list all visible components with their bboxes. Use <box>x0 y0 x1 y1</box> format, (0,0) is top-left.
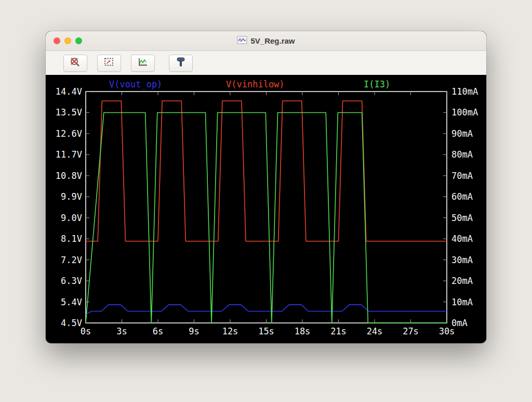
left-axis-tick-label: 14.4V <box>46 86 82 97</box>
legend-I(I3)[interactable]: I(I3) <box>364 79 390 89</box>
x-axis-tick-label: 21s <box>323 326 354 336</box>
minimize-button[interactable] <box>64 37 71 44</box>
mini-plot-axes-icon <box>137 57 149 69</box>
plot-canvas[interactable] <box>46 75 486 343</box>
right-axis-tick-label: 40mA <box>451 234 485 244</box>
x-axis-tick-label: 6s <box>142 326 174 336</box>
window-title: 5V_Reg.raw <box>250 36 295 45</box>
x-axis-tick-label: 12s <box>215 326 246 336</box>
right-axis-tick-label: 50mA <box>451 213 485 223</box>
left-axis-tick-label: 7.2V <box>46 255 82 265</box>
x-axis-tick-label: 0s <box>70 326 101 336</box>
title-group: 5V_Reg.raw <box>237 36 295 46</box>
autorange-y-button[interactable] <box>131 55 155 72</box>
right-axis-tick-label: 70mA <box>451 171 485 181</box>
right-axis-tick-label: 80mA <box>451 149 485 160</box>
x-axis-tick-label: 27s <box>395 326 427 336</box>
left-axis-tick-label: 9.0V <box>46 213 82 223</box>
waveform-plot-panel[interactable]: V(vout_op)V(vinhilow)I(I3) 14.4V13.5V12.… <box>46 75 486 343</box>
close-button[interactable] <box>54 37 60 44</box>
right-axis-tick-label: 90mA <box>451 128 485 139</box>
x-axis-tick-label: 18s <box>287 326 318 336</box>
right-axis-tick-label: 10mA <box>451 297 485 307</box>
zoom-area-button[interactable] <box>97 55 121 72</box>
fullscreen-button[interactable] <box>75 37 82 44</box>
left-axis-tick-label: 13.5V <box>46 107 82 118</box>
right-axis-tick-label: 60mA <box>451 191 485 202</box>
left-axis-tick-label: 6.3V <box>46 276 82 286</box>
right-axis-tick-label: 100mA <box>451 107 485 118</box>
trace-V(vout_op)[interactable] <box>86 305 447 315</box>
x-axis-tick-label: 9s <box>179 326 210 336</box>
control-panel-button[interactable] <box>169 55 193 72</box>
right-axis-tick-label: 30mA <box>451 255 485 265</box>
left-axis-tick-label: 10.8V <box>46 171 82 181</box>
waveform-doc-icon <box>237 36 247 46</box>
left-axis-tick-label: 8.1V <box>46 234 82 244</box>
legend-V(vinhilow)[interactable]: V(vinhilow) <box>226 79 285 89</box>
magnifier-red-x-icon <box>69 57 82 69</box>
hammer-icon <box>175 56 187 70</box>
x-axis-tick-label: 15s <box>251 326 282 336</box>
waveform-viewer-window: 5V_Reg.raw <box>46 31 486 343</box>
x-axis-tick-label: 3s <box>107 326 138 336</box>
left-axis-tick-label: 11.7V <box>46 149 82 160</box>
toolbar <box>46 51 486 75</box>
dashed-selection-box-icon <box>103 57 115 69</box>
left-axis-tick-label: 12.6V <box>46 128 82 139</box>
left-axis-tick-label: 9.9V <box>46 191 82 202</box>
x-axis-tick-label: 24s <box>359 326 390 336</box>
left-axis-tick-label: 5.4V <box>46 297 82 307</box>
window-titlebar[interactable]: 5V_Reg.raw <box>46 31 486 51</box>
traffic-lights <box>54 31 82 50</box>
x-axis-tick-label: 30s <box>431 326 462 336</box>
right-axis-tick-label: 20mA <box>451 276 485 286</box>
right-axis-tick-label: 110mA <box>451 86 485 97</box>
trace-I(I3)[interactable] <box>86 113 447 323</box>
zoom-back-button[interactable] <box>63 55 87 72</box>
desktop-background: 5V_Reg.raw <box>0 0 532 402</box>
legend-V(vout_op)[interactable]: V(vout_op) <box>109 79 162 89</box>
